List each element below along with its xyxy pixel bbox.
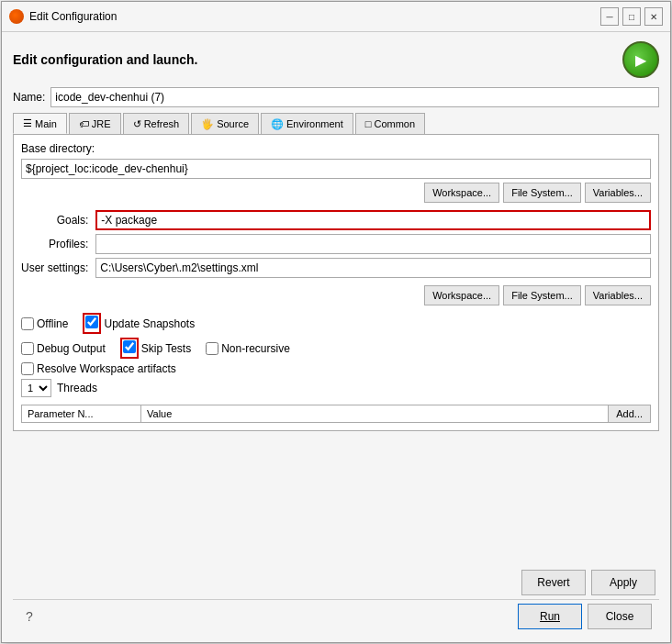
minimize-button[interactable]: ─ [600, 7, 619, 26]
non-recursive-checkbox-item: Non-recursive [206, 342, 290, 355]
checkboxes-area: Offline Update Snapshots Debug Outpu [21, 313, 651, 397]
skip-tests-highlight [120, 338, 139, 359]
add-button[interactable]: Add... [608, 405, 650, 422]
edit-configuration-window: Edit Configuration ─ □ ✕ Edit configurat… [1, 1, 671, 643]
resolve-workspace-checkbox-item: Resolve Workspace artifacts [21, 362, 176, 375]
content-area: Base directory: Workspace... File System… [13, 135, 659, 431]
user-settings-label: User settings: [21, 261, 88, 274]
tab-refresh-label: Refresh [144, 118, 180, 129]
profiles-label: Profiles: [21, 238, 88, 250]
resolve-workspace-checkbox[interactable] [21, 362, 34, 375]
skip-tests-checkbox[interactable] [123, 340, 136, 353]
base-directory-input[interactable] [21, 159, 651, 179]
params-col1: Parameter N... [22, 405, 141, 422]
profiles-input[interactable] [95, 234, 651, 254]
filesystem-button-1[interactable]: File System... [503, 183, 581, 203]
skip-tests-checkbox-item: Skip Tests [120, 338, 191, 359]
offline-checkbox-item: Offline [21, 317, 68, 330]
tab-source[interactable]: 🖐 Source [191, 113, 259, 134]
close-button-bottom[interactable]: Close [588, 604, 652, 629]
name-label: Name: [13, 91, 45, 104]
tab-main-label: Main [35, 118, 57, 129]
revert-button[interactable]: Revert [521, 570, 586, 595]
resolve-workspace-label: Resolve Workspace artifacts [37, 362, 176, 375]
app-icon [9, 9, 24, 24]
non-recursive-label: Non-recursive [221, 342, 290, 355]
main-tab-icon: ☰ [23, 117, 32, 129]
maximize-button[interactable]: □ [622, 7, 641, 26]
workspace-button-2[interactable]: Workspace... [424, 285, 499, 305]
tab-source-label: Source [217, 118, 249, 129]
window-body: Edit configuration and launch. ▶ Name: ☰… [2, 32, 670, 642]
help-button[interactable]: ? [20, 607, 39, 626]
refresh-tab-icon: ↺ [133, 118, 141, 130]
header-row: Edit configuration and launch. ▶ [13, 41, 659, 78]
base-directory-label: Base directory: [21, 142, 651, 155]
skip-tests-label: Skip Tests [141, 342, 191, 355]
update-snapshots-checkbox[interactable] [85, 316, 98, 328]
source-tab-icon: 🖐 [201, 118, 214, 130]
bottom-action-btns: Run Close [518, 604, 652, 629]
update-snapshots-checkbox-item: Update Snapshots [83, 313, 195, 334]
update-snapshots-label: Update Snapshots [104, 317, 195, 330]
header-title: Edit configuration and launch. [13, 52, 197, 67]
name-row: Name: [13, 87, 659, 107]
threads-row: 1 2 4 Threads [21, 379, 651, 397]
tab-environment-label: Environment [286, 118, 343, 129]
tab-environment[interactable]: 🌐 Environment [261, 113, 353, 134]
goals-input[interactable] [95, 210, 651, 230]
tab-jre-label: JRE [92, 118, 111, 129]
debug-output-checkbox[interactable] [21, 342, 34, 355]
environment-tab-icon: 🌐 [271, 118, 284, 130]
title-bar-left: Edit Configuration [9, 9, 117, 24]
workspace-button-1[interactable]: Workspace... [424, 183, 499, 203]
common-tab-icon: □ [365, 118, 372, 129]
jre-tab-icon: 🏷 [79, 118, 89, 129]
run-button[interactable]: Run [518, 604, 582, 629]
offline-label: Offline [37, 317, 68, 330]
form-grid: Goals: Profiles: User settings: [21, 210, 651, 278]
content-wrapper: Base directory: Workspace... File System… [13, 135, 659, 562]
base-dir-btn-row: Workspace... File System... Variables... [21, 183, 651, 203]
title-bar: Edit Configuration ─ □ ✕ [2, 2, 670, 32]
name-input[interactable] [50, 87, 659, 107]
checkbox-row-1: Offline Update Snapshots [21, 313, 651, 334]
window-title: Edit Configuration [29, 10, 117, 23]
threads-label: Threads [57, 382, 97, 394]
tab-main[interactable]: ☰ Main [13, 113, 67, 134]
offline-checkbox[interactable] [21, 317, 34, 330]
filesystem-button-2[interactable]: File System... [503, 285, 581, 305]
tab-refresh[interactable]: ↺ Refresh [123, 113, 190, 134]
tab-jre[interactable]: 🏷 JRE [69, 113, 121, 134]
tab-common[interactable]: □ Common [355, 113, 425, 134]
bottom-bar: ? Run Close [13, 599, 659, 633]
user-settings-btn-row: Workspace... File System... Variables... [21, 285, 651, 305]
tab-common-label: Common [374, 118, 415, 129]
variables-button-1[interactable]: Variables... [585, 183, 651, 203]
apply-button[interactable]: Apply [591, 570, 655, 595]
non-recursive-checkbox[interactable] [206, 342, 218, 355]
tabs-bar: ☰ Main 🏷 JRE ↺ Refresh 🖐 Source 🌐 Enviro… [13, 113, 659, 135]
variables-button-2[interactable]: Variables... [585, 285, 651, 305]
debug-output-label: Debug Output [37, 342, 106, 355]
params-table-header: Parameter N... Value Add... [21, 405, 651, 423]
footer-btns: Revert Apply [13, 562, 659, 599]
goals-label: Goals: [21, 214, 88, 227]
run-icon-button[interactable]: ▶ [622, 41, 659, 78]
checkbox-row-3: Resolve Workspace artifacts [21, 362, 651, 375]
title-bar-controls: ─ □ ✕ [600, 7, 663, 26]
user-settings-input[interactable] [95, 258, 651, 278]
close-button[interactable]: ✕ [644, 7, 663, 26]
params-col2: Value [141, 405, 608, 422]
threads-select[interactable]: 1 2 4 [21, 379, 51, 397]
checkbox-row-2: Debug Output Skip Tests Non-recursive [21, 338, 651, 359]
debug-output-checkbox-item: Debug Output [21, 342, 106, 355]
update-snapshots-highlight [83, 313, 101, 334]
run-label: Run [540, 610, 560, 623]
